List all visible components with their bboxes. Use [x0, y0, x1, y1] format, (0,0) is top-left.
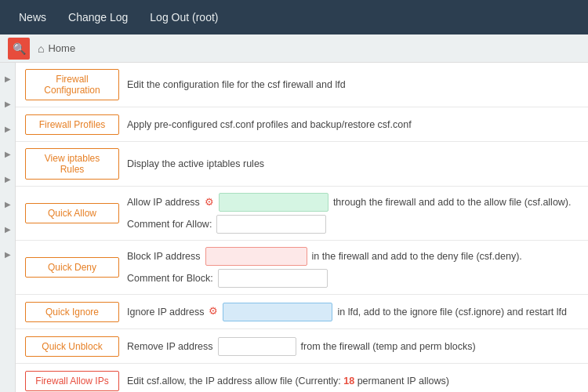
remove-ip-suffix: from the firewall (temp and perm blocks): [301, 339, 476, 354]
firewall-allow-ips-row: Firewall Allow IPs Edit csf.allow, the I…: [16, 364, 588, 392]
home-icon: ⌂: [38, 42, 44, 55]
quick-allow-button[interactable]: Quick Allow: [25, 203, 119, 223]
quick-allow-form: Allow IP address ⚙ through the firewall …: [127, 193, 579, 234]
ignore-ip-label: Ignore IP address: [127, 304, 204, 320]
quick-deny-button[interactable]: Quick Deny: [25, 257, 119, 278]
quick-unblock-form: Remove IP address from the firewall (tem…: [127, 337, 579, 356]
firewall-config-desc: Edit the configuration file for the csf …: [127, 77, 579, 93]
home-link[interactable]: Home: [48, 42, 75, 54]
sidebar-arrow-6[interactable]: ▶: [2, 192, 14, 216]
nav-changelog[interactable]: Change Log: [57, 2, 139, 33]
gear-icon-ignore[interactable]: ⚙: [209, 303, 218, 320]
ignore-ip-suffix: in lfd, add to the ignore file (csf.igno…: [337, 304, 567, 320]
quick-unblock-button[interactable]: Quick Unblock: [25, 336, 119, 357]
sidebar-arrow-2[interactable]: ▶: [2, 92, 14, 115]
block-ip-suffix: in the firewall and add to the deny file…: [312, 249, 522, 264]
sidebar-arrow-7[interactable]: ▶: [2, 217, 14, 241]
quick-ignore-button[interactable]: Quick Ignore: [25, 302, 119, 322]
sidebar-arrow-1[interactable]: ▶: [2, 67, 14, 90]
sidebar-arrow-8[interactable]: ▶: [2, 242, 14, 266]
allow-ips-desc-post: permanent IP allows): [354, 376, 449, 387]
firewall-allow-ips-desc: Edit csf.allow, the IP address allow fil…: [127, 373, 579, 389]
allow-ips-desc-pre: Edit csf.allow, the IP address allow fil…: [127, 376, 343, 387]
block-comment-label: Comment for Block:: [127, 270, 213, 286]
remove-ip-label: Remove IP address: [127, 339, 213, 354]
allow-ip-suffix: through the firewall and add to the allo…: [333, 194, 572, 210]
firewall-config-button[interactable]: Firewall Configuration: [25, 69, 119, 100]
deny-ip-input[interactable]: [205, 247, 307, 266]
sidebar-arrow-5[interactable]: ▶: [2, 167, 14, 191]
view-iptables-button[interactable]: View iptables Rules: [25, 148, 119, 180]
quick-deny-row: Quick Deny Block IP address in the firew…: [16, 241, 588, 295]
deny-comment-input[interactable]: [218, 269, 328, 288]
view-iptables-desc: Display the active iptables rules: [127, 156, 579, 172]
quick-ignore-row: Quick Ignore Ignore IP address ⚙ in lfd,…: [16, 295, 588, 329]
firewall-config-row: Firewall Configuration Edit the configur…: [16, 63, 588, 107]
allow-ips-count: 18: [343, 376, 354, 387]
unblock-ip-input[interactable]: [218, 337, 296, 356]
content-area: Firewall Configuration Edit the configur…: [16, 63, 588, 392]
left-sidebar: ▶ ▶ ▶ ▶ ▶ ▶ ▶ ▶: [0, 63, 16, 392]
quick-unblock-row: Quick Unblock Remove IP address from the…: [16, 329, 588, 364]
gear-icon-allow[interactable]: ⚙: [205, 194, 214, 211]
quick-deny-form: Block IP address in the firewall and add…: [127, 247, 579, 288]
top-navigation: News Change Log Log Out (root): [0, 0, 588, 34]
sidebar-arrow-4[interactable]: ▶: [2, 142, 14, 165]
main-layout: ▶ ▶ ▶ ▶ ▶ ▶ ▶ ▶ Firewall Configuration E…: [0, 63, 588, 392]
block-ip-label: Block IP address: [127, 249, 201, 264]
view-iptables-row: View iptables Rules Display the active i…: [16, 142, 588, 187]
allow-comment-input[interactable]: [216, 215, 326, 234]
nav-logout[interactable]: Log Out (root): [139, 2, 229, 33]
allow-ip-label: Allow IP address: [127, 194, 200, 210]
firewall-allow-ips-button[interactable]: Firewall Allow IPs: [25, 371, 119, 391]
firewall-profiles-button[interactable]: Firewall Profiles: [25, 114, 119, 135]
search-button[interactable]: 🔍: [8, 38, 30, 60]
sidebar-arrow-3[interactable]: ▶: [2, 117, 14, 140]
nav-news[interactable]: News: [8, 2, 57, 33]
quick-allow-row: Quick Allow Allow IP address ⚙ through t…: [16, 187, 588, 241]
ignore-ip-input[interactable]: [223, 303, 332, 321]
quick-ignore-form: Ignore IP address ⚙ in lfd, add to the i…: [127, 303, 579, 321]
firewall-profiles-desc: Apply pre-configured csf.conf profiles a…: [127, 117, 579, 132]
allow-ip-input[interactable]: [219, 193, 328, 212]
breadcrumb-bar: 🔍 ⌂ Home: [0, 34, 588, 63]
allow-comment-label: Comment for Allow:: [127, 216, 212, 232]
firewall-profiles-row: Firewall Profiles Apply pre-configured c…: [16, 107, 588, 142]
